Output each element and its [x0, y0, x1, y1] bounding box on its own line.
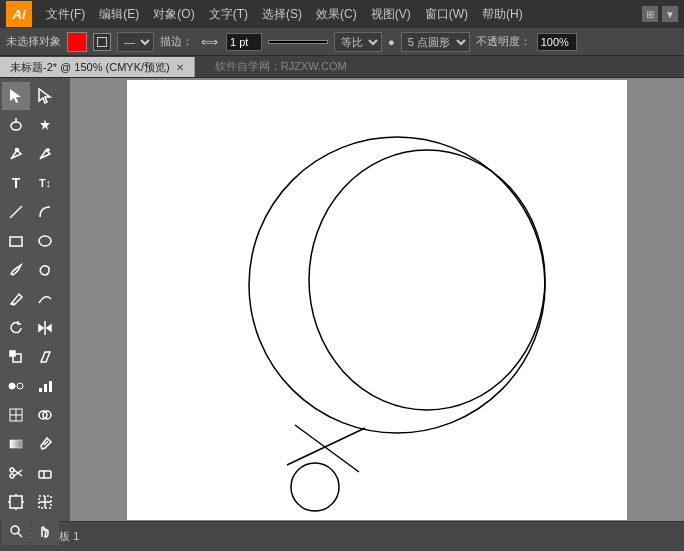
menu-select[interactable]: 选择(S): [256, 4, 308, 25]
tool-row-14: [2, 459, 68, 487]
menu-object[interactable]: 对象(O): [147, 4, 200, 25]
svg-point-17: [17, 383, 23, 389]
shape-builder-button[interactable]: [31, 401, 59, 429]
menu-help[interactable]: 帮助(H): [476, 4, 529, 25]
svg-marker-1: [39, 89, 50, 103]
status-bar: 150% 画板 1: [0, 521, 684, 551]
svg-marker-0: [10, 89, 21, 103]
opacity-input[interactable]: [537, 33, 577, 51]
menu-file[interactable]: 文件(F): [40, 4, 91, 25]
svg-rect-35: [10, 496, 22, 508]
svg-point-30: [10, 474, 14, 478]
slice-tool-button[interactable]: [31, 488, 59, 516]
gradient-tool-button[interactable]: [2, 430, 30, 458]
svg-marker-13: [47, 325, 51, 331]
select-tool-button[interactable]: [2, 82, 30, 110]
svg-line-7: [10, 206, 22, 218]
svg-line-44: [18, 533, 22, 537]
hand-tool-button[interactable]: [31, 517, 59, 545]
svg-rect-33: [39, 471, 51, 478]
tool-row-15: [2, 488, 68, 516]
rotate-tool-button[interactable]: [2, 314, 30, 342]
svg-marker-12: [39, 325, 43, 331]
menu-bar: 文件(F) 编辑(E) 对象(O) 文字(T) 选择(S) 效果(C) 视图(V…: [40, 4, 529, 25]
grid-icon[interactable]: ⊞: [642, 6, 658, 22]
svg-rect-21: [49, 381, 52, 392]
svg-rect-15: [10, 351, 15, 356]
magic-wand-button[interactable]: [31, 111, 59, 139]
svg-point-9: [39, 236, 51, 246]
menu-edit[interactable]: 编辑(E): [93, 4, 145, 25]
canvas-area[interactable]: [70, 78, 684, 521]
tab-close-button[interactable]: ✕: [176, 62, 184, 73]
website-label: 软件自学网：RJZXW.COM: [215, 59, 347, 74]
mesh-tool-button[interactable]: [2, 401, 30, 429]
small-circle[interactable]: [291, 463, 339, 511]
type-tool-button[interactable]: T: [2, 169, 30, 197]
resize-icon: ⟺: [199, 35, 220, 49]
tab-bar: 未标题-2* @ 150% (CMYK/预览) ✕ 软件自学网：RJZXW.CO…: [0, 56, 684, 78]
smooth-tool-button[interactable]: [31, 285, 59, 313]
blob-brush-button[interactable]: [31, 256, 59, 284]
zoom-tool-button[interactable]: [2, 517, 30, 545]
ellipse-tool-button[interactable]: [31, 227, 59, 255]
tool-row-13: [2, 430, 68, 458]
window-controls: ⊞ ▼: [642, 6, 678, 22]
tool-row-6: [2, 227, 68, 255]
svg-point-2: [11, 122, 21, 130]
column-graph-button[interactable]: [31, 372, 59, 400]
menu-effect[interactable]: 效果(C): [310, 4, 363, 25]
shear-tool-button[interactable]: [31, 343, 59, 371]
stroke-controls: —: [117, 32, 154, 52]
tool-row-2: [2, 111, 68, 139]
eraser-tool-button[interactable]: [31, 459, 59, 487]
line-tool-button[interactable]: [2, 198, 30, 226]
cross-line-2: [287, 428, 365, 465]
eyedropper-tool-button[interactable]: [31, 430, 59, 458]
document-tab[interactable]: 未标题-2* @ 150% (CMYK/预览) ✕: [0, 57, 195, 77]
artboard-tool-button[interactable]: [2, 488, 30, 516]
svg-rect-8: [10, 237, 22, 246]
reflect-tool-button[interactable]: [31, 314, 59, 342]
svg-point-16: [9, 383, 15, 389]
tool-row-16: [2, 517, 68, 545]
scale-tool-button[interactable]: [2, 343, 30, 371]
pen-add-button[interactable]: [31, 140, 59, 168]
stroke-type-select[interactable]: 等比: [334, 32, 382, 52]
stroke-swatch[interactable]: [93, 33, 111, 51]
pen-tool-button[interactable]: [2, 140, 30, 168]
fill-swatch[interactable]: [67, 32, 87, 52]
pencil-tool-button[interactable]: [2, 285, 30, 313]
tool-row-10: [2, 343, 68, 371]
svg-marker-3: [40, 119, 50, 130]
tool-row-4: T T↕: [2, 169, 68, 197]
direct-select-tool-button[interactable]: [31, 82, 59, 110]
rect-tool-button[interactable]: [2, 227, 30, 255]
no-selection-label: 未选择对象: [6, 34, 61, 49]
lasso-tool-button[interactable]: [2, 111, 30, 139]
blend-tool-button[interactable]: [2, 372, 30, 400]
stroke-width-input[interactable]: [226, 33, 262, 51]
paintbrush-tool-button[interactable]: [2, 256, 30, 284]
menu-window[interactable]: 窗口(W): [419, 4, 474, 25]
chevron-down-icon[interactable]: ▼: [662, 6, 678, 22]
scissors-tool-button[interactable]: [2, 459, 30, 487]
stroke-preview: [268, 40, 328, 44]
tool-row-12: [2, 401, 68, 429]
stroke-select[interactable]: —: [117, 32, 154, 52]
main-area: T T↕: [0, 78, 684, 521]
drawing-canvas: [127, 80, 627, 520]
svg-point-43: [11, 526, 19, 534]
point-shape-label: ●: [388, 36, 395, 48]
options-bar: 未选择对象 — 描边： ⟺ 等比 ● 5 点圆形 不透明度：: [0, 28, 684, 56]
tool-row-3: [2, 140, 68, 168]
menu-view[interactable]: 视图(V): [365, 4, 417, 25]
stroke-label: 描边：: [160, 34, 193, 49]
menu-type[interactable]: 文字(T): [203, 4, 254, 25]
arc-tool-button[interactable]: [31, 198, 59, 226]
svg-point-4: [16, 149, 19, 152]
large-outer-circle[interactable]: [249, 137, 545, 433]
svg-rect-20: [44, 384, 47, 392]
vertical-type-button[interactable]: T↕: [31, 169, 59, 197]
point-shape-select[interactable]: 5 点圆形: [401, 32, 470, 52]
